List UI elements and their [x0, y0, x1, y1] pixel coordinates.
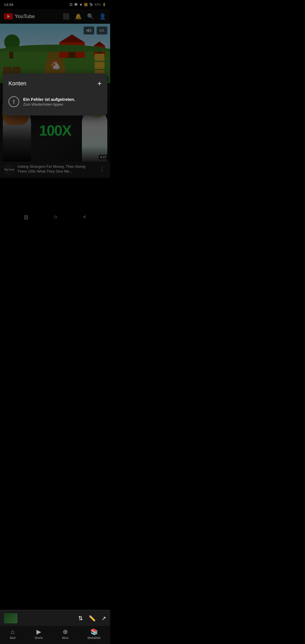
accounts-modal: Konten + ! Ein Fehler ist aufgetreten. Z… [0, 73, 110, 116]
error-title: Ein Fehler ist aufgetreten. [23, 97, 75, 102]
error-subtitle: Zum Wiederholen tippen [23, 102, 75, 106]
error-icon: ! [8, 96, 19, 107]
modal-add-button[interactable]: + [97, 79, 102, 88]
error-text: Ein Fehler ist aufgetreten. Zum Wiederho… [23, 97, 75, 106]
dim-overlay[interactable] [0, 0, 110, 232]
modal-header: Konten + [8, 79, 102, 88]
modal-title: Konten [8, 80, 26, 87]
modal-panel: Konten + ! Ein Fehler ist aufgetreten. Z… [3, 73, 107, 116]
modal-error-row[interactable]: ! Ein Fehler ist aufgetreten. Zum Wieder… [8, 93, 102, 110]
